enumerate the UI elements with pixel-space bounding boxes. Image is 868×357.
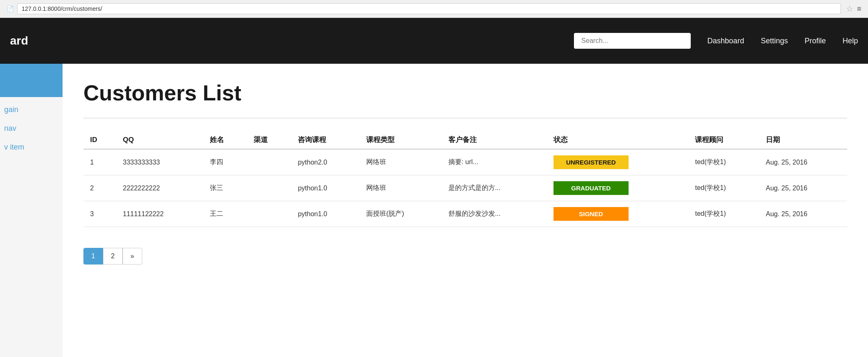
top-nav: ard Dashboard Settings Profile Help [0,18,868,64]
sidebar-link-nav[interactable]: nav [4,124,58,133]
cell-course: python1.0 [291,175,360,201]
table-row[interactable]: 13333333333李四python2.0网络班摘要: url...UNREG… [83,149,847,175]
cell-status: GRADUATED [547,175,689,201]
cell-date: Aug. 25, 2016 [759,201,847,227]
cell-channel [247,149,291,175]
cell-note: 是的方式是的方... [442,175,547,201]
search-input[interactable] [574,33,691,49]
nav-link-profile[interactable]: Profile [805,37,826,45]
url-bar[interactable]: 127.0.0.1:8000/crm/customers/ [17,3,841,14]
cell-channel [247,175,291,201]
cell-course-type: 面授班(脱产) [360,201,442,227]
cell-note: 摘要: url... [442,149,547,175]
sidebar: gain nav v item [0,64,63,357]
cell-consultant: ted(学校1) [688,149,759,175]
cell-status: SIGNED [547,201,689,227]
cell-consultant: ted(学校1) [688,175,759,201]
col-consultant: 课程顾问 [688,131,759,149]
status-badge: GRADUATED [554,181,629,195]
body-layout: gain nav v item Customers List ID QQ 姓名 … [0,64,868,357]
cell-id: 2 [83,175,116,201]
doc-icon: 📄 [7,5,14,12]
nav-brand: ard [10,34,28,47]
table-row[interactable]: 311111122222王二python1.0面授班(脱产)舒服的沙发沙发...… [83,201,847,227]
col-note: 客户备注 [442,131,547,149]
star-icon[interactable]: ☆ [846,4,853,14]
pagination: 1 2 » [83,248,847,265]
cell-id: 1 [83,149,116,175]
nav-link-dashboard[interactable]: Dashboard [707,37,744,45]
cell-channel [247,201,291,227]
url-area: 📄 127.0.0.1:8000/crm/customers/ [7,3,841,14]
cell-id: 3 [83,201,116,227]
page-title: Customers List [83,80,847,105]
cell-date: Aug. 25, 2016 [759,149,847,175]
cell-qq: 3333333333 [116,149,203,175]
page-btn-1[interactable]: 1 [83,248,103,265]
col-course-type: 课程类型 [360,131,442,149]
sidebar-links: gain nav v item [0,97,63,160]
cell-name: 张三 [203,175,247,201]
table-row[interactable]: 22222222222张三python1.0网络班是的方式是的方...GRADU… [83,175,847,201]
col-qq: QQ [116,131,203,149]
nav-link-settings[interactable]: Settings [761,37,788,45]
col-channel: 渠道 [247,131,291,149]
cell-name: 王二 [203,201,247,227]
status-badge: SIGNED [554,207,629,221]
cell-course: python1.0 [291,201,360,227]
main-content: Customers List ID QQ 姓名 渠道 咨询课程 课程类型 客户备… [63,64,868,357]
col-name: 姓名 [203,131,247,149]
cell-course: python2.0 [291,149,360,175]
sidebar-top-bar [0,64,63,97]
cell-consultant: ted(学校1) [688,201,759,227]
browser-bar: 📄 127.0.0.1:8000/crm/customers/ ☆ ≡ [0,0,868,18]
page-btn-2[interactable]: 2 [103,248,123,265]
status-badge: UNREGISTERED [554,155,629,169]
sidebar-link-gain[interactable]: gain [4,105,58,114]
divider [83,118,847,118]
cell-name: 李四 [203,149,247,175]
app-container: ard Dashboard Settings Profile Help gain… [0,18,868,357]
cell-course-type: 网络班 [360,149,442,175]
browser-actions: ☆ ≡ [846,4,861,14]
cell-note: 舒服的沙发沙发... [442,201,547,227]
cell-status: UNREGISTERED [547,149,689,175]
customers-table: ID QQ 姓名 渠道 咨询课程 课程类型 客户备注 状态 课程顾问 日期 13… [83,131,847,227]
col-date: 日期 [759,131,847,149]
cell-course-type: 网络班 [360,175,442,201]
table-header-row: ID QQ 姓名 渠道 咨询课程 课程类型 客户备注 状态 课程顾问 日期 [83,131,847,149]
sidebar-link-vitem[interactable]: v item [4,143,58,152]
menu-icon[interactable]: ≡ [857,5,861,13]
page-btn-next[interactable]: » [123,248,142,265]
col-id: ID [83,131,116,149]
nav-links: Dashboard Settings Profile Help [707,37,858,45]
col-course: 咨询课程 [291,131,360,149]
nav-link-help[interactable]: Help [843,37,858,45]
col-status: 状态 [547,131,689,149]
cell-date: Aug. 25, 2016 [759,175,847,201]
cell-qq: 2222222222 [116,175,203,201]
cell-qq: 11111122222 [116,201,203,227]
